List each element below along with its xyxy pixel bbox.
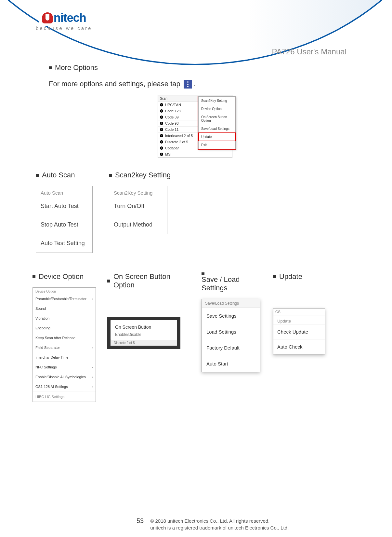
overflow-menu: Scan2Key Setting Device Option On Screen… <box>198 96 236 149</box>
info-icon: i <box>160 134 163 137</box>
info-icon: i <box>160 140 163 144</box>
menu-item-device[interactable]: Device Option <box>199 105 235 113</box>
section-title: More Options <box>55 63 98 72</box>
device-header: Device Option <box>33 288 96 294</box>
section-heading: More Options <box>49 63 358 72</box>
osb-context-row: Discrete 2 of 5 <box>111 340 177 346</box>
bullet-icon <box>107 280 110 282</box>
label-on-screen-button: On Screen Button Option <box>113 272 192 289</box>
osb-dialog-sub: Enable/Disable <box>115 332 173 337</box>
update-screenshot: GS Update Check Update Auto Check <box>273 308 325 354</box>
save-load-screenshot: Save/Load Settings Save Settings Load Se… <box>202 299 260 372</box>
scan2key-screenshot: Scan2Key Setting Turn On/Off Output Meth… <box>109 186 167 234</box>
auto-scan-screenshot: Auto Scan Start Auto Test Stop Auto Test… <box>36 186 93 253</box>
brand-logo: nitech because we care <box>36 10 92 31</box>
auto-scan-item[interactable]: Start Auto Test <box>36 197 92 215</box>
heading-scan2key: Scan2key Setting <box>109 171 171 179</box>
page-footer: 53 © 2018 unitech Electronics Co., Ltd. … <box>137 517 289 531</box>
row-auto-s2k: Auto Scan Auto Scan Start Auto Test Stop… <box>33 171 358 253</box>
update-item[interactable]: Check Update <box>273 324 325 339</box>
menu-item-scan2key[interactable]: Scan2Key Setting <box>199 97 235 105</box>
heading-update: Update <box>273 272 328 281</box>
copyright-line2: unitech is a registered trademark of uni… <box>150 525 289 530</box>
chevron-right-icon: › <box>92 385 93 389</box>
logo-tagline: because we care <box>36 25 92 31</box>
main-screenshot: Scan… SETTI iUPC/EAN iCode 128 iCode 39 … <box>158 95 232 158</box>
sl-header: Save/Load Settings <box>202 299 260 308</box>
scan2key-item[interactable]: Turn On/Off <box>109 197 167 215</box>
menu-item-update[interactable]: Update <box>199 133 235 141</box>
sl-item[interactable]: Auto Start <box>202 356 260 372</box>
scan2key-header: Scan2Key Setting <box>109 186 167 197</box>
intro-text: For more options and settings, please ta… <box>49 80 180 88</box>
heading-auto-scan: Auto Scan <box>36 171 93 179</box>
osb-dialog-title: On Screen Button <box>115 324 173 330</box>
update-header: Update <box>273 315 325 324</box>
info-icon: i <box>160 128 163 131</box>
chevron-right-icon: › <box>92 375 93 379</box>
osb-dialog[interactable]: On Screen Button Enable/Disable <box>111 320 177 340</box>
label-scan2key: Scan2key Setting <box>115 171 171 179</box>
auto-scan-header: Auto Scan <box>36 186 92 197</box>
device-item[interactable]: Encoding <box>33 323 96 333</box>
auto-scan-item[interactable]: Auto Test Setting <box>36 234 92 253</box>
info-icon: i <box>160 122 163 125</box>
label-save-load: Save / Load Settings <box>202 275 263 292</box>
main-shot-hl: Scan… <box>160 97 171 100</box>
doc-title: PA726 User's Manual <box>272 47 346 56</box>
info-icon: i <box>160 103 163 106</box>
document-page: nitech because we care PA726 User's Manu… <box>0 0 392 537</box>
chevron-right-icon: › <box>92 365 93 369</box>
row-four-shots: Device Option Device Option Preamble/Pos… <box>33 272 358 402</box>
device-item[interactable]: Field Separator› <box>33 343 96 352</box>
device-item[interactable]: NFC Settings› <box>33 362 96 372</box>
update-prefix: GS <box>273 309 325 315</box>
info-icon: i <box>160 153 163 156</box>
sl-item[interactable]: Save Settings <box>202 308 260 324</box>
device-item[interactable]: Vibration <box>33 313 96 323</box>
page-number: 53 <box>137 517 144 524</box>
heading-save-load: Save / Load Settings <box>202 272 263 292</box>
logo-text: nitech <box>54 11 86 25</box>
heading-on-screen-button: On Screen Button Option <box>107 272 192 289</box>
page-content: More Options For more options and settin… <box>33 63 358 402</box>
kebab-menu-icon <box>184 80 192 89</box>
label-auto-scan: Auto Scan <box>42 171 75 179</box>
auto-scan-item[interactable]: Stop Auto Test <box>36 215 92 234</box>
update-item[interactable]: Auto Check <box>273 339 325 354</box>
info-icon: i <box>160 146 163 150</box>
list-item[interactable]: iMSI <box>158 151 232 158</box>
bullet-icon <box>49 66 52 69</box>
chevron-right-icon: › <box>92 346 93 350</box>
bullet-icon <box>36 174 39 177</box>
device-item[interactable]: Sound <box>33 304 96 313</box>
heading-device-option: Device Option <box>33 272 98 281</box>
label-device-option: Device Option <box>39 272 84 281</box>
device-item[interactable]: HIBC LIC Settings <box>33 392 96 402</box>
scan2key-item[interactable]: Output Method <box>109 215 167 234</box>
device-item[interactable]: Preamble/Postamble/Terminator› <box>33 294 96 304</box>
intro-line: For more options and settings, please ta… <box>49 80 358 89</box>
sl-item[interactable]: Load Settings <box>202 324 260 340</box>
on-screen-button-screenshot: On Screen Button Enable/Disable Discrete… <box>107 317 180 349</box>
bullet-icon <box>202 272 204 275</box>
logo-mark-icon <box>42 12 53 23</box>
chevron-right-icon: › <box>92 297 93 301</box>
menu-item-exit[interactable]: Exit <box>199 141 235 149</box>
device-item[interactable]: GS1-128 AI Settings› <box>33 382 96 392</box>
device-option-screenshot: Device Option Preamble/Postamble/Termina… <box>33 287 96 402</box>
bullet-icon <box>109 174 112 177</box>
device-item[interactable]: Interchar Delay Time <box>33 352 96 362</box>
bullet-icon <box>33 275 35 278</box>
info-icon: i <box>160 109 163 113</box>
bullet-icon <box>273 275 276 278</box>
copyright-line1: © 2018 unitech Electronics Co., Ltd. All… <box>150 518 269 524</box>
intro-suffix: . <box>193 80 195 88</box>
menu-item-onscreen[interactable]: On Screen Button Option <box>199 113 235 125</box>
device-item[interactable]: Enable/Disable All Symbologies› <box>33 372 96 382</box>
label-update: Update <box>279 272 302 281</box>
menu-item-saveload[interactable]: Save/Load Settings <box>199 125 235 133</box>
sl-item[interactable]: Factory Default <box>202 340 260 356</box>
device-item[interactable]: Keep Scan After Release <box>33 333 96 343</box>
info-icon: i <box>160 116 163 119</box>
